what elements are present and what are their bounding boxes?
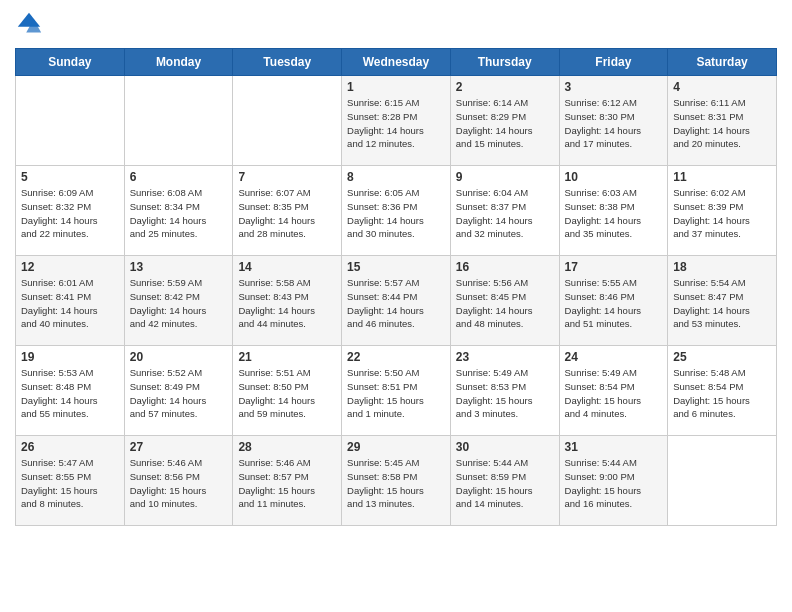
- day-info: Sunrise: 5:48 AM Sunset: 8:54 PM Dayligh…: [673, 366, 771, 421]
- calendar-cell: 25Sunrise: 5:48 AM Sunset: 8:54 PM Dayli…: [668, 346, 777, 436]
- day-info: Sunrise: 5:46 AM Sunset: 8:56 PM Dayligh…: [130, 456, 228, 511]
- col-header-friday: Friday: [559, 49, 668, 76]
- calendar-cell: 21Sunrise: 5:51 AM Sunset: 8:50 PM Dayli…: [233, 346, 342, 436]
- calendar-cell: 5Sunrise: 6:09 AM Sunset: 8:32 PM Daylig…: [16, 166, 125, 256]
- calendar-cell: 8Sunrise: 6:05 AM Sunset: 8:36 PM Daylig…: [342, 166, 451, 256]
- calendar-cell: 22Sunrise: 5:50 AM Sunset: 8:51 PM Dayli…: [342, 346, 451, 436]
- logo: [15, 10, 47, 38]
- calendar-cell: 12Sunrise: 6:01 AM Sunset: 8:41 PM Dayli…: [16, 256, 125, 346]
- calendar-cell: 13Sunrise: 5:59 AM Sunset: 8:42 PM Dayli…: [124, 256, 233, 346]
- day-number: 31: [565, 440, 663, 454]
- col-header-tuesday: Tuesday: [233, 49, 342, 76]
- day-number: 14: [238, 260, 336, 274]
- day-info: Sunrise: 6:08 AM Sunset: 8:34 PM Dayligh…: [130, 186, 228, 241]
- day-number: 24: [565, 350, 663, 364]
- calendar-cell: 30Sunrise: 5:44 AM Sunset: 8:59 PM Dayli…: [450, 436, 559, 526]
- day-info: Sunrise: 5:44 AM Sunset: 8:59 PM Dayligh…: [456, 456, 554, 511]
- calendar-cell: 9Sunrise: 6:04 AM Sunset: 8:37 PM Daylig…: [450, 166, 559, 256]
- day-info: Sunrise: 5:51 AM Sunset: 8:50 PM Dayligh…: [238, 366, 336, 421]
- calendar-cell: 23Sunrise: 5:49 AM Sunset: 8:53 PM Dayli…: [450, 346, 559, 436]
- calendar-cell: 20Sunrise: 5:52 AM Sunset: 8:49 PM Dayli…: [124, 346, 233, 436]
- logo-icon: [15, 10, 43, 38]
- calendar-cell: 3Sunrise: 6:12 AM Sunset: 8:30 PM Daylig…: [559, 76, 668, 166]
- calendar-cell: 29Sunrise: 5:45 AM Sunset: 8:58 PM Dayli…: [342, 436, 451, 526]
- calendar-cell: 15Sunrise: 5:57 AM Sunset: 8:44 PM Dayli…: [342, 256, 451, 346]
- calendar-cell: 28Sunrise: 5:46 AM Sunset: 8:57 PM Dayli…: [233, 436, 342, 526]
- day-info: Sunrise: 6:14 AM Sunset: 8:29 PM Dayligh…: [456, 96, 554, 151]
- calendar-cell: [233, 76, 342, 166]
- day-number: 16: [456, 260, 554, 274]
- calendar-table: SundayMondayTuesdayWednesdayThursdayFrid…: [15, 48, 777, 526]
- calendar-cell: 19Sunrise: 5:53 AM Sunset: 8:48 PM Dayli…: [16, 346, 125, 436]
- col-header-sunday: Sunday: [16, 49, 125, 76]
- day-number: 10: [565, 170, 663, 184]
- day-number: 3: [565, 80, 663, 94]
- day-info: Sunrise: 5:53 AM Sunset: 8:48 PM Dayligh…: [21, 366, 119, 421]
- day-info: Sunrise: 5:52 AM Sunset: 8:49 PM Dayligh…: [130, 366, 228, 421]
- calendar-cell: 6Sunrise: 6:08 AM Sunset: 8:34 PM Daylig…: [124, 166, 233, 256]
- calendar-cell: 1Sunrise: 6:15 AM Sunset: 8:28 PM Daylig…: [342, 76, 451, 166]
- calendar-cell: 18Sunrise: 5:54 AM Sunset: 8:47 PM Dayli…: [668, 256, 777, 346]
- day-number: 7: [238, 170, 336, 184]
- day-number: 26: [21, 440, 119, 454]
- day-number: 30: [456, 440, 554, 454]
- day-number: 29: [347, 440, 445, 454]
- day-info: Sunrise: 5:45 AM Sunset: 8:58 PM Dayligh…: [347, 456, 445, 511]
- calendar-week-1: 1Sunrise: 6:15 AM Sunset: 8:28 PM Daylig…: [16, 76, 777, 166]
- calendar-cell: 16Sunrise: 5:56 AM Sunset: 8:45 PM Dayli…: [450, 256, 559, 346]
- col-header-monday: Monday: [124, 49, 233, 76]
- day-info: Sunrise: 5:47 AM Sunset: 8:55 PM Dayligh…: [21, 456, 119, 511]
- day-info: Sunrise: 6:02 AM Sunset: 8:39 PM Dayligh…: [673, 186, 771, 241]
- day-number: 9: [456, 170, 554, 184]
- day-number: 15: [347, 260, 445, 274]
- day-info: Sunrise: 5:58 AM Sunset: 8:43 PM Dayligh…: [238, 276, 336, 331]
- day-info: Sunrise: 5:56 AM Sunset: 8:45 PM Dayligh…: [456, 276, 554, 331]
- day-info: Sunrise: 6:03 AM Sunset: 8:38 PM Dayligh…: [565, 186, 663, 241]
- day-number: 19: [21, 350, 119, 364]
- day-info: Sunrise: 6:05 AM Sunset: 8:36 PM Dayligh…: [347, 186, 445, 241]
- calendar-cell: [16, 76, 125, 166]
- calendar-cell: 10Sunrise: 6:03 AM Sunset: 8:38 PM Dayli…: [559, 166, 668, 256]
- day-number: 21: [238, 350, 336, 364]
- day-number: 5: [21, 170, 119, 184]
- col-header-saturday: Saturday: [668, 49, 777, 76]
- day-info: Sunrise: 6:01 AM Sunset: 8:41 PM Dayligh…: [21, 276, 119, 331]
- day-info: Sunrise: 6:09 AM Sunset: 8:32 PM Dayligh…: [21, 186, 119, 241]
- calendar-week-2: 5Sunrise: 6:09 AM Sunset: 8:32 PM Daylig…: [16, 166, 777, 256]
- day-info: Sunrise: 5:50 AM Sunset: 8:51 PM Dayligh…: [347, 366, 445, 421]
- day-number: 28: [238, 440, 336, 454]
- day-number: 20: [130, 350, 228, 364]
- day-info: Sunrise: 5:49 AM Sunset: 8:54 PM Dayligh…: [565, 366, 663, 421]
- day-info: Sunrise: 6:04 AM Sunset: 8:37 PM Dayligh…: [456, 186, 554, 241]
- svg-marker-0: [18, 13, 40, 27]
- day-info: Sunrise: 5:55 AM Sunset: 8:46 PM Dayligh…: [565, 276, 663, 331]
- day-number: 13: [130, 260, 228, 274]
- day-info: Sunrise: 5:49 AM Sunset: 8:53 PM Dayligh…: [456, 366, 554, 421]
- day-number: 25: [673, 350, 771, 364]
- calendar-cell: [124, 76, 233, 166]
- calendar-header-row: SundayMondayTuesdayWednesdayThursdayFrid…: [16, 49, 777, 76]
- calendar-cell: 14Sunrise: 5:58 AM Sunset: 8:43 PM Dayli…: [233, 256, 342, 346]
- calendar-cell: 7Sunrise: 6:07 AM Sunset: 8:35 PM Daylig…: [233, 166, 342, 256]
- day-info: Sunrise: 5:44 AM Sunset: 9:00 PM Dayligh…: [565, 456, 663, 511]
- day-number: 8: [347, 170, 445, 184]
- calendar-cell: 4Sunrise: 6:11 AM Sunset: 8:31 PM Daylig…: [668, 76, 777, 166]
- calendar-cell: 24Sunrise: 5:49 AM Sunset: 8:54 PM Dayli…: [559, 346, 668, 436]
- day-number: 4: [673, 80, 771, 94]
- day-info: Sunrise: 5:57 AM Sunset: 8:44 PM Dayligh…: [347, 276, 445, 331]
- day-info: Sunrise: 5:59 AM Sunset: 8:42 PM Dayligh…: [130, 276, 228, 331]
- calendar-cell: 31Sunrise: 5:44 AM Sunset: 9:00 PM Dayli…: [559, 436, 668, 526]
- day-info: Sunrise: 6:15 AM Sunset: 8:28 PM Dayligh…: [347, 96, 445, 151]
- day-number: 6: [130, 170, 228, 184]
- day-number: 27: [130, 440, 228, 454]
- calendar-cell: 11Sunrise: 6:02 AM Sunset: 8:39 PM Dayli…: [668, 166, 777, 256]
- calendar-cell: [668, 436, 777, 526]
- day-number: 2: [456, 80, 554, 94]
- calendar-cell: 26Sunrise: 5:47 AM Sunset: 8:55 PM Dayli…: [16, 436, 125, 526]
- day-number: 22: [347, 350, 445, 364]
- calendar-cell: 27Sunrise: 5:46 AM Sunset: 8:56 PM Dayli…: [124, 436, 233, 526]
- col-header-thursday: Thursday: [450, 49, 559, 76]
- calendar-cell: 2Sunrise: 6:14 AM Sunset: 8:29 PM Daylig…: [450, 76, 559, 166]
- day-number: 11: [673, 170, 771, 184]
- day-number: 12: [21, 260, 119, 274]
